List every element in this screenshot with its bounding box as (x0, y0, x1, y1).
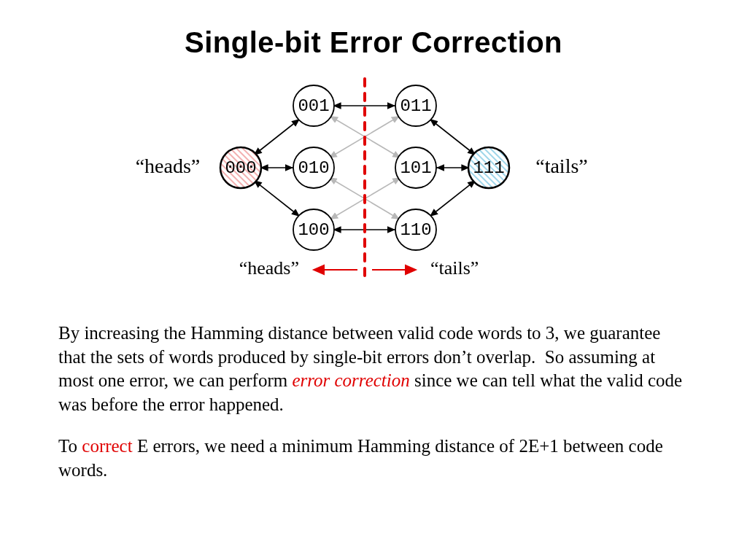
node-101-label: 101 (400, 158, 431, 178)
body-text: By increasing the Hamming distance betwe… (58, 303, 689, 500)
node-110: 110 (395, 209, 436, 250)
node-011: 011 (395, 85, 436, 126)
node-111-label: 111 (473, 158, 504, 178)
p2-b: E errors, we need a minimum Hamming dist… (58, 436, 663, 480)
paragraph-1: By increasing the Hamming distance betwe… (58, 322, 689, 416)
node-101: 101 (395, 147, 436, 188)
node-100-label: 100 (298, 220, 329, 240)
svg-line-10 (255, 181, 300, 217)
p2-a: To (58, 436, 82, 456)
p2-red: correct (82, 436, 132, 456)
hamming-diagram: 000 001 010 100 011 101 110 111 (0, 66, 747, 299)
paragraph-2: To correct E errors, we need a minimum H… (58, 435, 689, 482)
node-110-label: 110 (400, 220, 431, 240)
node-010: 010 (293, 147, 334, 188)
slide: Single-bit Error Correction (0, 0, 747, 560)
node-001-label: 001 (298, 96, 329, 116)
left-side-label: “heads” (136, 155, 201, 177)
svg-line-8 (255, 119, 300, 155)
node-000-label: 000 (225, 158, 256, 178)
bottom-left-label: “heads” (239, 257, 299, 279)
bottom-right-label: “tails” (430, 257, 479, 279)
node-001: 001 (293, 85, 334, 126)
node-000: 000 (220, 147, 261, 188)
slide-title: Single-bit Error Correction (0, 26, 747, 59)
svg-line-11 (430, 119, 475, 155)
svg-line-13 (430, 181, 475, 217)
p1-emphasis: error correction (292, 370, 409, 390)
node-011-label: 011 (400, 96, 431, 116)
node-010-label: 010 (298, 158, 329, 178)
node-100: 100 (293, 209, 334, 250)
right-side-label: “tails” (535, 155, 588, 177)
node-111: 111 (468, 147, 509, 188)
